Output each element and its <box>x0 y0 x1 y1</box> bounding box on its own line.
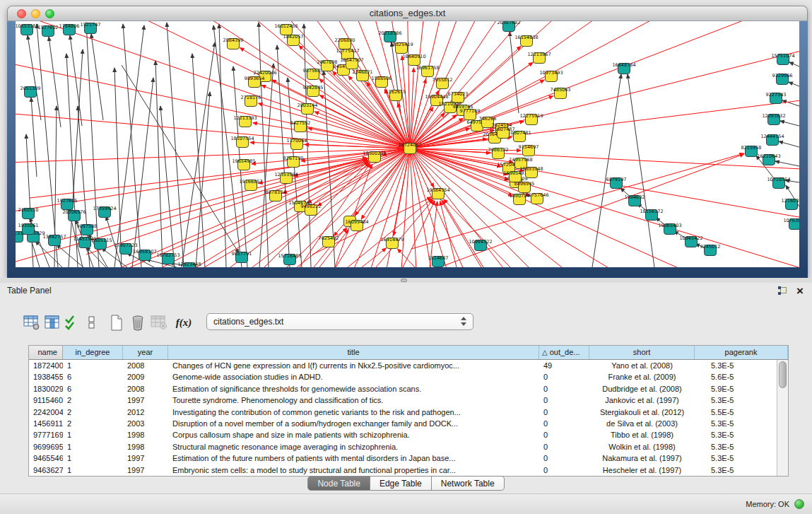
window-zoom-button[interactable] <box>45 9 54 18</box>
column-header-out-degree-label: out_de... <box>550 348 580 356</box>
cell-title: Investigating the contribution of common… <box>168 407 539 418</box>
graph-node-label: 10763021 <box>783 218 799 223</box>
table-row[interactable]: 1872400712008Changes of HCN gene express… <box>29 360 777 371</box>
red-edge <box>410 21 799 148</box>
column-header-title[interactable]: title <box>168 346 539 359</box>
graph-node-label: 11607487 <box>491 127 514 132</box>
window-minimize-button[interactable] <box>31 9 40 18</box>
table-row[interactable]: 2242004622012Investigating the contribut… <box>29 407 777 418</box>
graph-node-label: 12213967 <box>527 52 551 57</box>
column-header-in-degree[interactable]: in_degree <box>63 346 123 359</box>
graph-node-label: 8896945 <box>514 181 535 187</box>
delete-table-button[interactable] <box>149 312 169 333</box>
table-row[interactable]: 969969511998Structural magnetic resonanc… <box>29 441 777 452</box>
window-titlebar[interactable]: citations_edges.txt <box>7 6 808 21</box>
tab-node-table[interactable]: Node Table <box>307 476 370 491</box>
table-row[interactable]: 946554611997Estimation of the future num… <box>29 452 777 464</box>
cell-title: Genome-wide association studies in ADHD. <box>168 371 539 382</box>
table-scrollbar[interactable] <box>777 360 788 476</box>
cell-year: 2008 <box>123 383 168 395</box>
graph-node-label: 19065403 <box>658 223 681 228</box>
cell-pagerank: 5.3E-5 <box>695 429 777 440</box>
cell-short: de Silva et al. (2003) <box>589 418 695 429</box>
table-row[interactable]: 977716911998Corpus callosum shape and si… <box>29 429 777 440</box>
column-header-out-degree[interactable]: △out_de... <box>539 346 589 359</box>
graph-node-label: 9154697 <box>519 144 539 150</box>
graph-node-label: 10710554 <box>767 177 790 182</box>
graph-node-label: 8267130 <box>283 156 304 161</box>
scrollbar-thumb[interactable] <box>779 361 787 388</box>
cell-out-degree: 0 <box>539 418 589 429</box>
table-select-dropdown[interactable]: citations_edges.txt <box>206 313 473 330</box>
graph-node-label: 1162615 <box>386 89 406 95</box>
graph-node-label: 8878334 <box>266 189 286 195</box>
cell-in-degree: 1 <box>63 429 123 440</box>
cell-name: 14569117 <box>29 418 63 429</box>
red-edge <box>362 248 386 267</box>
cell-out-degree: 0 <box>539 441 589 452</box>
column-header-pagerank[interactable]: pagerank <box>695 346 788 359</box>
graph-node-label: 9329966 <box>772 73 793 78</box>
graph-node-label: 19654985 <box>232 158 255 164</box>
graph-node-label: 10893948 <box>519 166 543 172</box>
tab-edge-table[interactable]: Edge Table <box>370 476 432 491</box>
table-toolbar: f(x) citations_edges.txt <box>0 307 812 339</box>
graph-node-label: 12923448 <box>177 262 201 267</box>
cell-year: 1997 <box>123 452 168 464</box>
dropdown-arrows-icon <box>461 317 467 326</box>
table-row[interactable]: 946362711997Embryonic stem cells: a mode… <box>29 465 777 476</box>
memory-status-label: Memory: OK <box>746 500 789 508</box>
graph-node-label: 7955812 <box>433 77 453 83</box>
select-all-rows-button[interactable] <box>61 312 81 333</box>
table-body: 1872400712008Changes of HCN gene express… <box>29 360 777 476</box>
black-edge <box>780 121 799 126</box>
window-close-button[interactable] <box>17 9 26 18</box>
cell-in-degree: 2 <box>63 418 123 429</box>
panel-title: Table Panel <box>7 286 52 296</box>
graph-node-label: 10553287 <box>16 23 39 29</box>
black-edge <box>123 24 141 267</box>
column-header-short[interactable]: short <box>589 346 695 359</box>
cell-name: 19384554 <box>29 371 63 382</box>
cell-pagerank: 5.5E-5 <box>695 407 777 418</box>
table-row[interactable]: 1456911722003Disruption of a novel membe… <box>29 418 777 429</box>
tab-network-table[interactable]: Network Table <box>432 476 505 491</box>
graph-node-label: 1935061 <box>18 223 39 228</box>
graph-node-label: 16958107 <box>133 249 156 255</box>
function-builder-label: f(x) <box>176 317 192 329</box>
graph-node-label: 18724007 <box>398 142 421 148</box>
black-edge <box>628 74 654 267</box>
graph-node-label: 1170064 <box>287 138 307 144</box>
splitter-handle-icon[interactable] <box>401 279 407 282</box>
table-row[interactable]: 1830029562008Estimation of significance … <box>29 383 777 395</box>
new-column-button[interactable] <box>107 312 126 333</box>
table-row[interactable]: 1938455462009Genome-wide association stu… <box>29 371 777 382</box>
deselect-rows-button[interactable] <box>82 312 102 333</box>
network-canvas[interactable]: 1830029519384554224200469893654271817612… <box>16 21 799 267</box>
close-panel-icon[interactable]: × <box>796 283 804 300</box>
float-panel-icon[interactable] <box>777 286 788 298</box>
graph-node-label: 2084399 <box>223 37 244 43</box>
graph-node-label: 2718176 <box>241 95 261 100</box>
graph-node-label: 16648784 <box>612 62 635 68</box>
graph-node-label: 16782753 <box>156 252 180 258</box>
cell-title: Corpus callosum shape and size in male p… <box>168 429 539 440</box>
column-header-year[interactable]: year <box>123 346 168 359</box>
network-graph[interactable]: 1830029519384554224200469893654271817612… <box>16 21 799 267</box>
red-edge <box>411 153 743 249</box>
table-tabbar: Node Table Edge Table Network Table <box>0 476 812 493</box>
delete-column-button[interactable] <box>128 312 148 333</box>
cell-title: Embryonic stem cells: a model to study s… <box>168 465 539 476</box>
black-edge <box>155 61 163 267</box>
graph-node-label: 1527602 <box>38 25 59 30</box>
table-mode-button[interactable] <box>22 312 42 333</box>
cell-name: 9463627 <box>29 465 63 476</box>
panel-splitter[interactable] <box>0 278 812 283</box>
graph-node-label: 1842057 <box>283 34 304 40</box>
red-edge <box>16 74 410 148</box>
show-columns-button[interactable] <box>42 312 62 333</box>
table-row[interactable]: 911546021997Tourette syndrome. Phenomeno… <box>29 395 777 406</box>
cell-in-degree: 2 <box>63 395 123 406</box>
function-builder-button[interactable]: f(x) <box>174 312 194 333</box>
column-header-name[interactable]: name <box>29 346 63 359</box>
